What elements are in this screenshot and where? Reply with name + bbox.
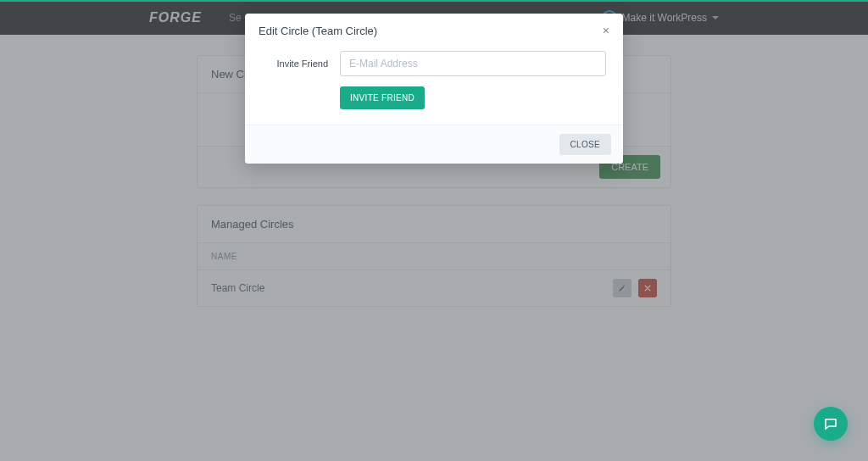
email-field[interactable] [340, 51, 606, 76]
edit-circle-modal: Edit Circle (Team Circle) × Invite Frien… [245, 14, 623, 164]
close-button[interactable]: CLOSE [559, 134, 611, 155]
chat-icon [823, 416, 838, 431]
invite-friend-label: Invite Friend [262, 58, 328, 69]
top-accent-line [0, 0, 868, 2]
help-fab[interactable] [814, 407, 848, 441]
invite-friend-button[interactable]: INVITE FRIEND [340, 86, 425, 109]
modal-close-x[interactable]: × [603, 24, 609, 37]
modal-title: Edit Circle (Team Circle) [259, 25, 377, 37]
